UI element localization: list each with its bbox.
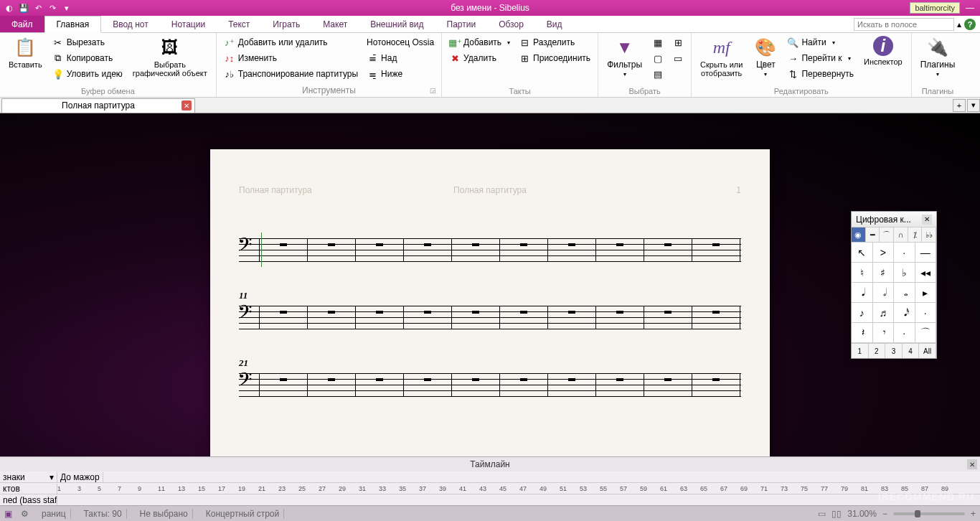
add-tab-icon[interactable]: + [953,99,966,112]
undo-icon[interactable]: ↶ [32,1,44,14]
timeline-titlebar[interactable]: Таймлайн ✕ [0,457,980,471]
paste-button[interactable]: 📋 Вставить [4,34,47,70]
keypad-key[interactable]: — [915,243,937,263]
zoom-in-icon[interactable]: + [971,509,976,519]
color-button[interactable]: 🎨 Цвет▾ [750,34,781,80]
keypad-key[interactable]: ♮ [852,263,873,283]
cut-button[interactable]: ✂Вырезать [50,34,126,50]
staff-system[interactable]: 21𝄢 [239,357,741,396]
redo-icon[interactable]: ↷ [46,1,59,14]
keypad-key[interactable]: ⌒ [915,323,937,343]
keypad-titlebar[interactable]: Цифровая к... ✕ [852,212,936,227]
above-button[interactable]: ≡̄Над [364,50,437,66]
keypad-key[interactable]: · [894,323,915,343]
tab-view[interactable]: Вид [535,16,574,32]
help-icon[interactable]: ? [964,19,976,30]
keypad-key[interactable]: 𝄾 [873,323,895,343]
keypad-voice[interactable]: 1 [852,344,869,358]
below-button[interactable]: ≡̱Ниже [364,66,437,82]
flip-button[interactable]: ⇅Перевернуть [784,66,857,82]
capture-idea-button[interactable]: 💡Уловить идею [50,66,126,82]
tab-parts[interactable]: Партии [435,16,488,32]
keypad-voice[interactable]: 3 [885,344,903,358]
view-spread-icon[interactable]: ▯▯ [831,509,842,519]
select-all-button[interactable]: ▦ [649,34,666,50]
keypad-key[interactable]: 𝅘𝅥𝅯 [894,303,915,323]
document-tab[interactable]: Полная партитура ✕ [1,98,195,113]
keypad-key[interactable]: ▸ [915,283,937,303]
view-single-icon[interactable]: ▭ [818,509,826,519]
change-instrument-button[interactable]: ♪↕Изменить [221,50,361,66]
split-bar-button[interactable]: ⊟Разделить [516,34,593,50]
ribbon-collapse-icon[interactable]: ▴ [957,19,961,29]
select-bars-button[interactable]: ▭ [669,50,687,66]
select-system-button[interactable]: ⊞ [669,34,687,50]
keypad-key[interactable]: · [894,243,915,263]
keypad-close-icon[interactable]: ✕ [922,215,932,225]
hide-show-button[interactable]: mf Скрыть или отобразить [696,34,747,79]
tab-menu-icon[interactable]: ▾ [967,99,980,112]
tab-file[interactable]: Файл [0,16,44,32]
goto-button[interactable]: →Перейти к▾ [784,50,857,66]
keypad-key[interactable]: ♬ [873,303,895,323]
keypad-key[interactable]: · [915,303,937,323]
keypad-key[interactable]: 𝅘𝅥 [852,283,873,303]
copy-button[interactable]: ⧉Копировать [50,50,126,66]
select-more-button[interactable]: ▤ [649,66,666,82]
zoom-slider[interactable] [893,512,965,515]
select-graphic-button[interactable]: 🖼 Выбрать графический объект [128,34,212,79]
timeline-ruler[interactable]: 1357911131517192123252729313335373941434… [57,485,980,492]
keypad-tab[interactable]: ⁒ [908,227,923,242]
keypad-key[interactable]: 𝄽 [852,323,873,343]
search-input[interactable] [854,18,954,31]
keypad-voice[interactable]: All [919,344,936,358]
keypad-tab[interactable]: ♭♭ [922,227,936,242]
score-canvas[interactable]: Полная партитура Полная партитура 1 𝄢11𝄢… [0,113,980,456]
app-icon[interactable]: ◐ [3,1,16,14]
select-none-button[interactable]: ▢ [649,50,666,66]
tab-note-input[interactable]: Ввод нот [101,16,160,32]
tab-home[interactable]: Главная [44,16,102,33]
join-bar-button[interactable]: ⊞Присоединить [516,50,593,66]
keypad-tab[interactable]: ∩ [894,227,908,242]
filters-button[interactable]: ▼ Фильтры▾ [603,34,646,80]
add-remove-button[interactable]: ♪⁺Добавить или удалить [221,34,361,50]
chevron-down-icon[interactable]: ▾ [50,472,54,482]
tab-text[interactable]: Текст [217,16,261,32]
keypad-voice[interactable]: 4 [903,344,920,358]
keypad-key[interactable]: ♭ [894,263,915,283]
tab-layout[interactable]: Макет [311,16,359,32]
instruments-launcher-icon[interactable]: ◲ [428,87,437,95]
keypad-tab[interactable]: ⌒ [880,227,894,242]
delete-bar-button[interactable]: ✖Удалить [446,50,513,66]
settings-icon[interactable]: ⚙ [21,509,29,519]
keypad-key[interactable]: ◂◂ [915,263,937,283]
transpose-score-button[interactable]: ♪♭Транспонирование партитуры [221,66,361,82]
panorama-icon[interactable]: ▣ [4,509,12,519]
timeline-close-icon[interactable]: ✕ [967,459,977,469]
keypad-key[interactable]: ♯ [873,263,895,283]
keypad-key[interactable]: ↖ [852,243,873,263]
minimize-icon[interactable]: — [963,3,977,13]
tab-notations[interactable]: Нотации [160,16,217,32]
tab-appearance[interactable]: Внешний вид [359,16,435,32]
zoom-out-icon[interactable]: − [882,509,887,519]
plugins-button[interactable]: 🔌 Плагины▾ [916,34,960,80]
keypad-key[interactable]: 𝅝 [894,283,915,303]
close-tab-icon[interactable]: ✕ [182,100,192,111]
keypad-key[interactable]: 𝅗𝅥 [873,283,895,303]
save-icon[interactable]: 💾 [17,1,30,14]
keypad-tab[interactable]: ◉ [852,227,866,242]
ossia-button[interactable]: Нотоносец Ossia [364,34,437,50]
tab-play[interactable]: Играть [261,16,311,32]
keypad-key[interactable]: > [873,243,895,263]
keypad-voice[interactable]: 2 [869,344,886,358]
keypad-tab[interactable]: ━ [866,227,880,242]
tab-review[interactable]: Обзор [487,16,535,32]
inspector-button[interactable]: i Инспектор [859,34,907,67]
key-signature[interactable]: До мажор [57,472,103,482]
staff-system[interactable]: 11𝄢 [239,290,741,329]
keypad-key[interactable]: ♪ [852,303,873,323]
add-bar-button[interactable]: ▦⁺Добавить▾ [446,34,513,50]
qat-dropdown-icon[interactable]: ▾ [60,1,73,14]
